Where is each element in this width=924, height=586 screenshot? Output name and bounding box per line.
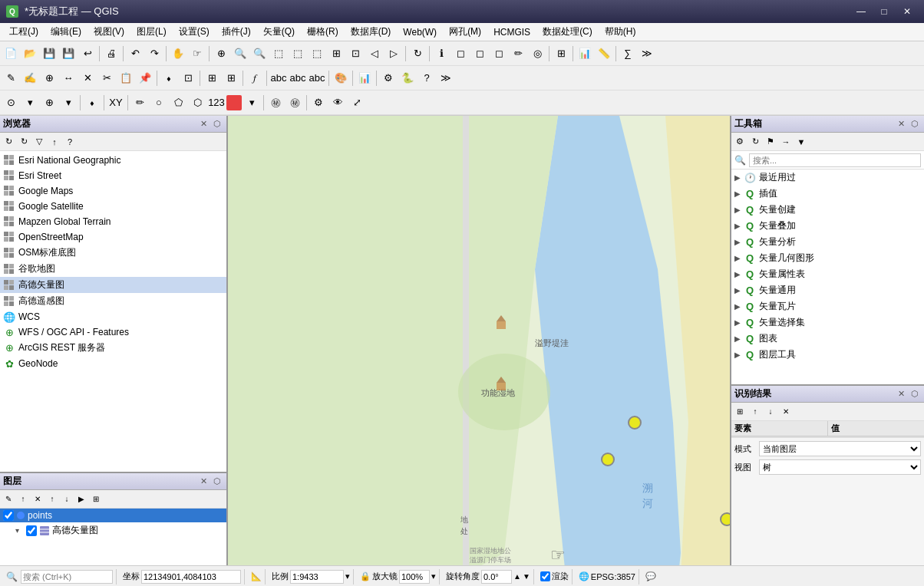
zoom-dropdown[interactable]: ▾ [431,571,436,581]
toolbox-refresh-btn[interactable]: ↻ [748,135,762,149]
menu-help[interactable]: 帮助(H) [599,24,642,40]
label1-btn[interactable]: abc [269,69,288,87]
poly-btn[interactable]: ⬠ [169,94,187,112]
render-checkbox[interactable] [540,571,550,581]
style-btn[interactable]: 🎨 [332,69,350,87]
browser-item-osm-base[interactable]: OSM标准底图 [0,245,226,261]
identify-float-icon[interactable]: ⬡ [909,388,921,400]
stats-btn[interactable]: 📊 [576,44,594,63]
pan-native-btn[interactable]: ☞ [188,44,206,63]
gear2-btn[interactable]: ⚙ [309,94,328,112]
identify-clear-btn[interactable]: ✕ [779,405,793,419]
toolbox-item-vector-select[interactable]: ▶ Q 矢量选择集 [731,314,924,331]
annot2-btn[interactable]: ㊙ [285,94,304,112]
statusbar-coord-input[interactable] [141,570,241,584]
toolbox-item-vector-attrs[interactable]: ▶ Q 矢量属性表 [731,266,924,282]
menu-settings[interactable]: 设置(S) [173,24,216,40]
refresh-btn[interactable]: ↻ [408,44,427,63]
plugins2-btn[interactable]: ⚙ [379,69,398,87]
snapping-btn[interactable]: ⊡ [179,69,197,87]
gps-btn[interactable]: ⊕ [40,94,58,112]
menu-raster[interactable]: 栅格(R) [301,24,345,40]
layer-item-gaode[interactable]: ▾ 高德矢量图 [0,522,226,538]
menu-hcmgis[interactable]: HCMGIS [487,25,536,39]
zoom-rubber-btn[interactable]: ⬚ [269,44,288,63]
xy-btn[interactable]: XY [107,94,125,112]
touch-zoom-btn[interactable]: ⊕ [212,44,230,63]
scale-dropdown[interactable]: ▾ [345,571,350,581]
browser-item-arcgis[interactable]: ⊕ ArcGIS REST 服务器 [0,340,226,356]
browser-help-btn[interactable]: ? [63,135,77,149]
more-btn[interactable]: ≫ [638,44,656,63]
browser-item-mapzen[interactable]: Mapzen Global Terrain [0,214,226,229]
toolbox-flag-btn[interactable]: ⚑ [764,135,777,149]
python-btn[interactable]: 🐍 [398,69,417,87]
select-btn[interactable]: ◻ [451,44,470,63]
maximize-button[interactable]: □ [873,3,895,20]
toolbox-item-vector-analysis[interactable]: ▶ Q 矢量分析 [731,234,924,250]
num-btn[interactable]: 123 [207,94,226,112]
menu-edit[interactable]: 编辑(E) [45,24,87,40]
layers-close-icon[interactable]: ✕ [197,476,210,488]
browser-up-btn[interactable]: ↑ [48,135,61,149]
zoom-out-btn[interactable]: 🔍 [250,44,269,63]
identify-btn[interactable]: ℹ [432,44,450,63]
more2-btn[interactable]: ≫ [437,69,455,87]
browser-collapse-btn[interactable]: ↻ [17,135,31,149]
select-radius-btn[interactable]: ◎ [528,44,546,63]
zoom-select-btn[interactable]: ⬚ [289,44,307,63]
close-button[interactable]: ✕ [896,3,918,20]
browser-item-osm[interactable]: OpenStreetMap [0,229,226,245]
select-freehand-btn[interactable]: ✏ [509,44,527,63]
zoom-full-btn[interactable]: ⊞ [327,44,345,63]
identify-up-btn[interactable]: ↑ [748,405,762,419]
field-calc-btn[interactable]: 𝑓 [246,69,264,87]
open-project-btn[interactable]: 📂 [21,44,39,63]
zoom-in-btn[interactable]: 🔍 [231,44,249,63]
help-btn[interactable]: ? [417,69,436,87]
color-btn[interactable] [226,95,242,110]
layer-dup-btn[interactable]: ↓ [60,492,74,506]
statusbar-zoom-input[interactable] [399,570,430,584]
menu-database[interactable]: 数据库(D) [345,24,398,40]
snap-btn[interactable]: ⊙ [2,94,20,112]
browser-item-google-satellite[interactable]: Google Satellite [0,199,226,214]
zoom-layer-btn[interactable]: ⬚ [308,44,326,63]
menu-plugins[interactable]: 插件(J) [216,24,257,40]
statusbar-msg[interactable]: 💬 [642,569,659,584]
browser-filter-btn[interactable]: ▽ [32,135,46,149]
layers-float-icon[interactable]: ⬡ [211,476,223,488]
menu-layer[interactable]: 图层(L) [130,24,173,40]
toolbox-right-btn[interactable]: → [779,135,793,149]
identify-close-icon[interactable]: ✕ [895,388,907,400]
statusbar-scale-input[interactable] [290,570,344,584]
zoom-native-btn[interactable]: ⊡ [346,44,365,63]
move-feat-btn[interactable]: ↔ [59,69,78,87]
menu-view[interactable]: 视图(V) [87,24,130,40]
layer-checkbox-gaode[interactable] [26,525,37,536]
label2-btn[interactable]: abc [289,69,307,87]
browser-item-esri-national[interactable]: Esri National Geographic [0,153,226,168]
layer-expand-gaode[interactable]: ▾ [15,526,25,535]
map-area[interactable]: 西港碧水湾 陆港·滨海湾 高 水流路 功能湿地 溯 河 溢野堤洼 地 [228,116,730,565]
statusbar-epsg[interactable]: 🌐 EPSG:3857 [576,569,639,584]
layer-remove-btn[interactable]: ✕ [31,492,45,506]
gps-arrow[interactable]: ▾ [59,94,78,112]
deselect-btn[interactable]: ◻ [470,44,489,63]
redo-btn[interactable]: ↷ [145,44,163,63]
lock-icon[interactable]: 🔒 [360,571,371,581]
ellipse-btn[interactable]: ⬡ [188,94,206,112]
digitize2-btn[interactable]: ✍ [21,69,39,87]
copy-feat-btn[interactable]: 📋 [117,69,135,87]
undo-btn[interactable]: ↶ [126,44,144,63]
menu-project[interactable]: 工程(J) [3,24,45,40]
toolbox-search-input[interactable] [749,153,921,167]
toolbox-item-interpolation[interactable]: ▶ Q 插值 [731,186,924,202]
browser-refresh-btn[interactable]: ↻ [2,135,15,149]
layer-checkbox-points[interactable] [3,510,14,521]
browser-item-wcs[interactable]: 🌐 WCS [0,309,226,324]
identify-expand-btn[interactable]: ⊞ [733,405,747,419]
browser-item-wfs[interactable]: ⊕ WFS / OGC API - Features [0,324,226,340]
measure-btn[interactable]: 📏 [595,44,613,63]
print-btn[interactable]: 🖨 [102,44,120,63]
